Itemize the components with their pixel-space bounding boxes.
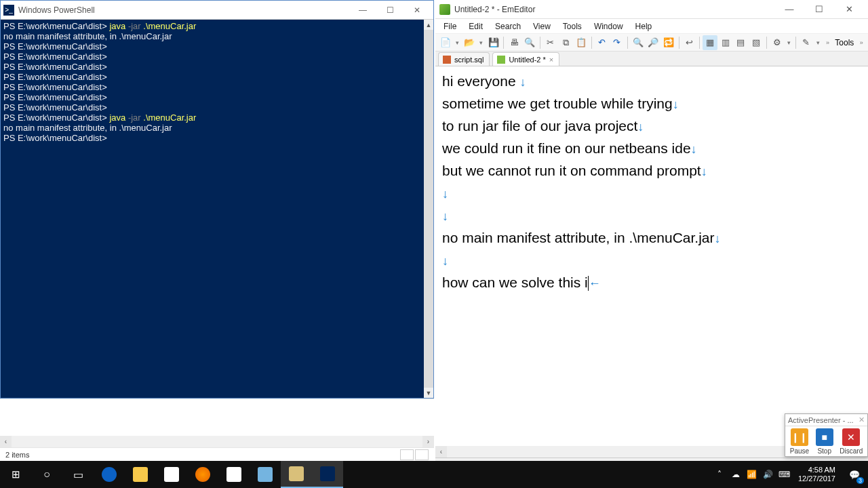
- powershell-title: Windows PowerShell: [18, 5, 349, 15]
- minimize-button[interactable]: —: [774, 1, 804, 18]
- emeditor-titlebar[interactable]: Untitled-2 * - EmEditor — ☐ ✕: [435, 0, 868, 19]
- redo-icon[interactable]: ↷: [610, 35, 625, 50]
- paste-icon[interactable]: 📋: [574, 35, 589, 50]
- emeditor-editor[interactable]: hi everyone ↓ sometime we get trouble wh…: [435, 66, 868, 446]
- menu-help[interactable]: Help: [630, 20, 658, 33]
- replace-icon[interactable]: 🔁: [661, 35, 676, 50]
- taskview-button[interactable]: ▭: [62, 461, 94, 488]
- view-details-button[interactable]: [400, 449, 414, 460]
- file-icon: [443, 56, 451, 64]
- menu-tools[interactable]: Tools: [557, 20, 587, 33]
- emeditor-window: Untitled-2 * - EmEditor — ☐ ✕ FileEditSe…: [435, 0, 868, 461]
- activepresenter-widget[interactable]: ActivePresenter - ... ✕ ❙❙ Pause ■ Stop …: [785, 413, 868, 457]
- tools-menu-button[interactable]: Tools: [832, 38, 856, 47]
- menu-edit[interactable]: Edit: [463, 20, 488, 33]
- toolbar-overflow-icon[interactable]: »: [857, 39, 865, 46]
- menu-window[interactable]: Window: [589, 20, 629, 33]
- toolbar-overflow-icon[interactable]: »: [824, 39, 832, 46]
- powershell-icon: >_: [3, 5, 14, 16]
- view-mode-4-icon[interactable]: ▧: [749, 35, 764, 50]
- cortana-button[interactable]: ○: [31, 461, 62, 488]
- powershell-scrollbar[interactable]: ▲ ▼: [424, 20, 433, 398]
- wrap-icon[interactable]: ↩: [682, 35, 697, 50]
- view-mode-3-icon[interactable]: ▤: [734, 35, 749, 50]
- powershell-output[interactable]: PS E:\work\menuCar\dist> java -jar .\men…: [1, 20, 424, 398]
- scroll-down-button[interactable]: ▼: [424, 388, 433, 398]
- taskbar-powershell[interactable]: [312, 461, 343, 488]
- powershell-window: >_ Windows PowerShell — ☐ ✕ PS E:\work\m…: [0, 0, 434, 399]
- hscroll-left-button[interactable]: ‹: [435, 446, 447, 458]
- tab-label: Untitled-2 *: [509, 56, 545, 64]
- maximize-button[interactable]: ☐: [376, 2, 403, 18]
- config-icon[interactable]: ⚙: [770, 35, 785, 50]
- dropdown-icon[interactable]: ▾: [785, 39, 793, 46]
- print-preview-icon[interactable]: 🔍: [522, 35, 537, 50]
- find-icon[interactable]: 🔍: [631, 35, 646, 50]
- taskbar-explorer[interactable]: [125, 461, 156, 488]
- new-file-icon[interactable]: 📄: [438, 35, 453, 50]
- taskbar-store[interactable]: [156, 461, 187, 488]
- close-button[interactable]: ✕: [834, 1, 864, 18]
- taskbar-firefox[interactable]: [187, 461, 218, 488]
- scroll-track[interactable]: [424, 30, 433, 388]
- pause-button[interactable]: ❙❙ Pause: [790, 428, 809, 455]
- start-button[interactable]: ⊞: [0, 461, 31, 488]
- discard-icon: ✕: [842, 428, 860, 446]
- taskbar-mail[interactable]: [218, 461, 250, 488]
- undo-icon[interactable]: ↶: [595, 35, 610, 50]
- tray-volume-icon[interactable]: 🔊: [760, 461, 776, 488]
- activepresenter-title[interactable]: ActivePresenter - ... ✕: [785, 414, 867, 426]
- view-mode-1-icon[interactable]: ▦: [703, 35, 717, 50]
- dropdown-icon[interactable]: ▾: [454, 39, 462, 46]
- document-tab[interactable]: script.sql: [438, 52, 490, 66]
- hscroll-left-button[interactable]: ‹: [0, 436, 12, 447]
- taskbar-notepad[interactable]: [281, 461, 312, 488]
- powershell-body: PS E:\work\menuCar\dist> java -jar .\men…: [1, 20, 433, 398]
- taskbar-edge[interactable]: [94, 461, 125, 488]
- dropdown-icon[interactable]: ▾: [477, 39, 486, 46]
- menu-file[interactable]: File: [438, 20, 462, 33]
- maximize-button[interactable]: ☐: [804, 1, 834, 18]
- stop-button[interactable]: ■ Stop: [816, 428, 833, 455]
- taskbar-app1[interactable]: [250, 461, 281, 488]
- close-tab-icon[interactable]: ×: [549, 56, 553, 64]
- close-icon[interactable]: ✕: [859, 415, 865, 424]
- emeditor-tabbar: script.sqlUntitled-2 *×: [435, 52, 868, 66]
- minimize-button[interactable]: —: [349, 2, 376, 18]
- menu-search[interactable]: Search: [490, 20, 526, 33]
- dropdown-icon[interactable]: ▾: [814, 39, 823, 46]
- explorer-statusbar: 2 items: [0, 447, 434, 462]
- document-tab[interactable]: Untitled-2 *×: [492, 52, 559, 66]
- view-mode-2-icon[interactable]: ▥: [718, 35, 733, 50]
- powershell-titlebar[interactable]: >_ Windows PowerShell — ☐ ✕: [1, 1, 433, 20]
- print-icon[interactable]: 🖶: [507, 35, 521, 50]
- tray-network-icon[interactable]: 📶: [744, 461, 760, 488]
- hscroll-right-button[interactable]: ›: [422, 436, 434, 447]
- tray-language-icon[interactable]: ⌨: [776, 461, 793, 488]
- scroll-up-button[interactable]: ▲: [424, 20, 433, 30]
- explorer-pane[interactable]: [0, 399, 434, 436]
- discard-button[interactable]: ✕ Discard: [840, 428, 863, 455]
- taskbar-clock[interactable]: 4:58 AM 12/27/2017: [793, 466, 841, 483]
- copy-icon[interactable]: ⧉: [558, 35, 573, 50]
- document-content[interactable]: hi everyone ↓ sometime we get trouble wh…: [435, 66, 868, 298]
- discard-label: Discard: [840, 447, 863, 455]
- pause-icon: ❙❙: [791, 428, 808, 446]
- tab-label: script.sql: [454, 56, 484, 64]
- open-file-icon[interactable]: 📂: [462, 35, 477, 50]
- clock-time: 4:58 AM: [798, 466, 835, 474]
- cut-icon[interactable]: ✂: [543, 35, 558, 50]
- close-button[interactable]: ✕: [403, 2, 431, 18]
- tray-onedrive-icon[interactable]: ☁: [728, 461, 744, 488]
- stop-icon: ■: [816, 428, 833, 446]
- save-icon[interactable]: 💾: [486, 35, 501, 50]
- macro-icon[interactable]: ✎: [799, 35, 814, 50]
- tray-expand-icon[interactable]: ˄: [711, 461, 728, 488]
- notification-center-button[interactable]: 💬3: [841, 461, 868, 488]
- menu-view[interactable]: View: [528, 20, 556, 33]
- explorer-hscroll[interactable]: ‹ ›: [0, 436, 434, 447]
- notification-count: 3: [856, 477, 864, 484]
- emeditor-menubar: FileEditSearchViewToolsWindowHelp: [435, 19, 868, 34]
- find-next-icon[interactable]: 🔎: [646, 35, 660, 50]
- view-icons-button[interactable]: [415, 449, 429, 460]
